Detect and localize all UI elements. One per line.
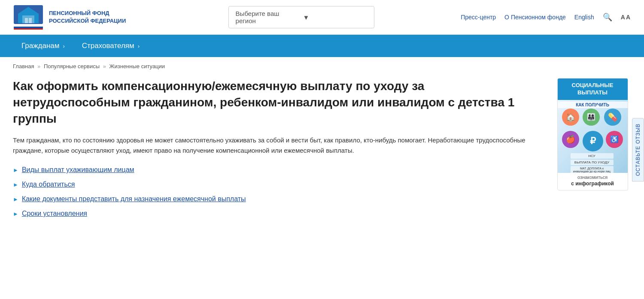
- header-right: Пресс-центр О Пенсионном фонде English 🔍…: [461, 12, 631, 22]
- logo-area: ПЕНСИОННЫЙ ФОНД РОССИЙСКОЙ ФЕДЕРАЦИИ: [13, 4, 142, 30]
- list-item: ► Сроки установления: [13, 210, 541, 217]
- header: ПЕНСИОННЫЙ ФОНД РОССИЙСКОЙ ФЕДЕРАЦИИ Выб…: [0, 0, 644, 35]
- arrow-icon-3: ►: [13, 196, 18, 202]
- nav-bar: Гражданам › Страхователям ›: [0, 35, 644, 57]
- list-item: ► Какие документы представить для назнач…: [13, 195, 541, 203]
- nav-chevron-insurers: ›: [138, 43, 140, 49]
- logo-text: ПЕНСИОННЫЙ ФОНД РОССИЙСКОЙ ФЕДЕРАЦИИ: [49, 9, 126, 25]
- about-fund-link[interactable]: О Пенсионном фонде: [504, 14, 566, 21]
- chevron-down-icon: ▼: [303, 14, 367, 21]
- infographic-image: КАК ПОЛУЧИТЬ 🏠 👨‍👩‍👧 💊 🍎 ₽ ♿ НСУ ВЫПЛАТА…: [558, 100, 628, 173]
- arrow-icon-1: ►: [13, 167, 18, 173]
- svg-rect-2: [22, 15, 34, 23]
- list-item: ► Куда обратиться: [13, 181, 541, 188]
- link-2[interactable]: Куда обратиться: [22, 181, 75, 188]
- content-right: СОЦИАЛЬНЫЕ ВЫПЛАТЫ КАК ПОЛУЧИТЬ 🏠 👨‍👩‍👧 …: [554, 78, 631, 217]
- links-list: ► Виды выплат ухаживающим лицам ► Куда о…: [13, 166, 541, 217]
- breadcrumb: Главная » Популярные сервисы » Жизненные…: [0, 57, 644, 74]
- breadcrumb-popular[interactable]: Популярные сервисы: [44, 63, 100, 69]
- svg-rect-4: [29, 18, 32, 23]
- region-select[interactable]: Выберите ваш регион ▼: [228, 6, 374, 28]
- infographic-card: СОЦИАЛЬНЫЕ ВЫПЛАТЫ КАК ПОЛУЧИТЬ 🏠 👨‍👩‍👧 …: [557, 78, 628, 190]
- press-center-link[interactable]: Пресс-центр: [461, 14, 496, 21]
- svg-rect-6: [14, 27, 43, 28]
- link-1[interactable]: Виды выплат ухаживающим лицам: [22, 166, 134, 174]
- main-content: Как оформить компенсационную/ежемесячную…: [0, 74, 644, 230]
- search-icon[interactable]: 🔍: [603, 12, 612, 22]
- nav-chevron-citizens: ›: [63, 43, 64, 49]
- infographic-cta-1: ознакомиться: [558, 173, 628, 181]
- page-description: Тем гражданам, кто по состоянию здоровья…: [13, 135, 537, 156]
- breadcrumb-life: Жизненные ситуации: [109, 63, 165, 69]
- svg-rect-3: [25, 18, 28, 23]
- arrow-icon-4: ►: [13, 211, 18, 217]
- breadcrumb-sep1: »: [37, 63, 40, 69]
- list-item: ► Виды выплат ухаживающим лицам: [13, 166, 541, 174]
- logo-icon: [13, 4, 44, 30]
- link-3[interactable]: Какие документы представить для назначен…: [22, 195, 246, 203]
- region-select-area: Выберите ваш регион ▼: [142, 6, 461, 28]
- link-4[interactable]: Сроки установления: [22, 210, 87, 217]
- svg-rect-7: [14, 28, 43, 30]
- breadcrumb-home[interactable]: Главная: [13, 63, 34, 69]
- content-left: Как оформить компенсационную/ежемесячную…: [13, 78, 541, 217]
- side-tab[interactable]: ОСТАВЬТЕ ОТЗЫВ: [632, 118, 644, 181]
- svg-rect-5: [14, 25, 43, 27]
- infographic-sub-label: КАК ПОЛУЧИТЬ: [558, 102, 628, 108]
- english-link[interactable]: English: [574, 14, 594, 21]
- arrow-icon-2: ►: [13, 181, 18, 188]
- font-size-control[interactable]: АА: [621, 14, 631, 21]
- page-title: Как оформить компенсационную/ежемесячную…: [13, 78, 541, 127]
- breadcrumb-sep2: »: [103, 63, 106, 69]
- region-placeholder: Выберите ваш регион: [236, 10, 300, 24]
- infographic-header: СОЦИАЛЬНЫЕ ВЫПЛАТЫ: [558, 79, 628, 100]
- nav-item-citizens[interactable]: Гражданам ›: [13, 35, 73, 57]
- nav-item-insurers[interactable]: Страхователям ›: [73, 35, 148, 57]
- infographic-cta-2: с инфографикой: [558, 181, 628, 190]
